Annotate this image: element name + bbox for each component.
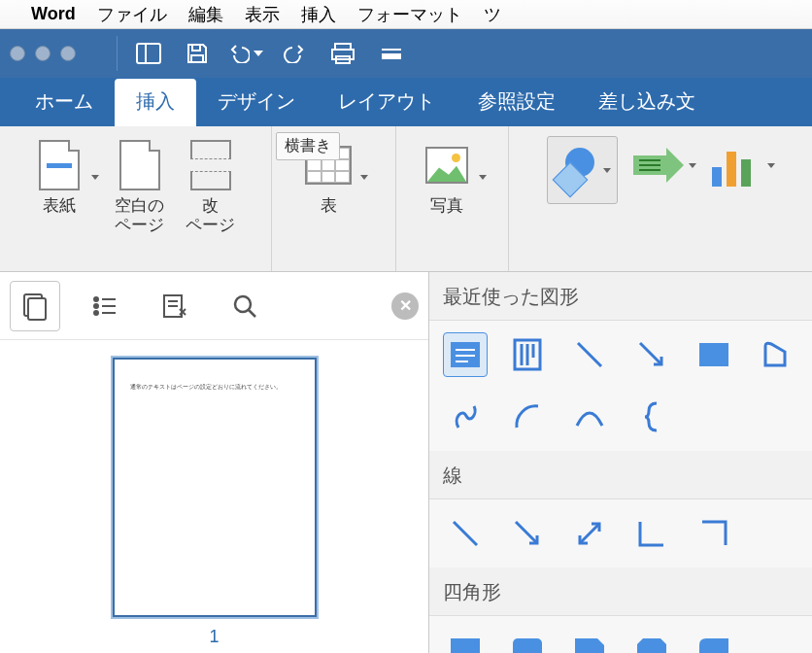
- line-arrow[interactable]: [505, 511, 550, 556]
- tooltip-table-orientation: 横書き: [276, 132, 340, 160]
- rects-grid: [429, 616, 812, 653]
- page-number-label: 1: [209, 627, 219, 647]
- svg-point-11: [94, 311, 98, 315]
- group-illustrations: [509, 126, 812, 271]
- svg-point-18: [235, 296, 251, 312]
- redo-icon[interactable]: [277, 36, 312, 71]
- tab-references[interactable]: 参照設定: [457, 79, 577, 126]
- shape-rectangle[interactable]: [692, 332, 736, 377]
- menu-view[interactable]: 表示: [245, 3, 280, 26]
- chevron-down-icon[interactable]: [603, 168, 611, 173]
- tab-insert[interactable]: 挿入: [115, 79, 196, 126]
- app-name[interactable]: Word: [31, 4, 76, 24]
- line-elbow-2[interactable]: [692, 511, 736, 556]
- svg-rect-0: [137, 44, 160, 63]
- thumbnail-text: 通常のテキストはページの設定どおりに流れてください。: [130, 383, 299, 392]
- shape-arc[interactable]: [505, 395, 550, 439]
- shape-freeform[interactable]: [754, 332, 798, 377]
- rect-basic[interactable]: [443, 628, 488, 653]
- line-double-arrow[interactable]: [567, 511, 612, 556]
- menu-edit[interactable]: 編集: [188, 3, 223, 26]
- nav-tab-outline[interactable]: [80, 281, 130, 331]
- page-thumbnail-1[interactable]: 通常のテキストはページの設定どおりに流れてください。: [113, 358, 317, 617]
- chevron-down-icon[interactable]: [91, 175, 99, 180]
- chevron-down-icon[interactable]: [767, 163, 775, 168]
- lower-area: ✕ 通常のテキストはページの設定どおりに流れてください。 1 最近使った図形 線: [0, 272, 812, 653]
- section-lines: 線: [429, 451, 812, 499]
- smartart-button[interactable]: [627, 136, 686, 194]
- svg-marker-37: [637, 638, 666, 653]
- zoom-window-dot[interactable]: [60, 46, 76, 61]
- svg-rect-8: [28, 298, 46, 320]
- svg-rect-34: [451, 638, 480, 653]
- svg-rect-30: [699, 343, 728, 366]
- sidebar-toggle-icon[interactable]: [131, 36, 166, 71]
- svg-line-31: [454, 522, 477, 545]
- shapes-dropdown-panel: 最近使った図形 線 四角形: [429, 272, 812, 653]
- menu-format[interactable]: フォーマット: [357, 3, 462, 26]
- line-elbow[interactable]: [629, 511, 674, 556]
- blank-page-button[interactable]: 空白の ページ: [109, 136, 170, 238]
- ribbon: 表紙 空白の ページ 改 ページ 横書き: [0, 126, 812, 272]
- rect-rounded[interactable]: [505, 628, 550, 653]
- nav-pane-tabs: ✕: [0, 272, 428, 340]
- chevron-down-icon[interactable]: [360, 175, 368, 180]
- section-rectangles: 四角形: [429, 567, 812, 616]
- shapes-button[interactable]: [554, 143, 600, 197]
- nav-tab-thumbnails[interactable]: [10, 281, 60, 331]
- photo-button[interactable]: 写真: [418, 136, 476, 218]
- divider: [117, 36, 118, 71]
- svg-line-29: [640, 343, 661, 364]
- page-break-button[interactable]: 改 ページ: [180, 136, 241, 238]
- menu-insert[interactable]: 挿入: [301, 3, 336, 26]
- minimize-window-dot[interactable]: [35, 46, 51, 61]
- chart-button[interactable]: [706, 136, 764, 194]
- svg-line-33: [580, 524, 599, 543]
- svg-line-19: [249, 310, 255, 317]
- nav-tab-review[interactable]: [150, 281, 200, 331]
- menu-tools-partial[interactable]: ツ: [484, 3, 501, 26]
- ribbon-tabs: ホーム 挿入 デザイン レイアウト 参照設定 差し込み文: [0, 78, 812, 126]
- svg-rect-35: [513, 638, 542, 653]
- chevron-down-icon[interactable]: [479, 175, 487, 180]
- shape-curve[interactable]: [567, 395, 612, 439]
- group-pages: 表紙 空白の ページ 改 ページ: [0, 126, 272, 271]
- lines-grid: [429, 499, 812, 567]
- svg-marker-36: [575, 638, 604, 653]
- print-icon[interactable]: [325, 36, 360, 71]
- rect-snip-1[interactable]: [567, 628, 612, 653]
- shape-arrow-line[interactable]: [629, 332, 674, 377]
- shape-line[interactable]: [567, 332, 612, 377]
- save-icon[interactable]: [180, 36, 215, 71]
- line-simple[interactable]: [443, 511, 488, 556]
- shape-textbox-horizontal[interactable]: [443, 332, 488, 377]
- close-nav-pane-icon[interactable]: ✕: [391, 292, 419, 320]
- chevron-down-icon[interactable]: [254, 51, 263, 56]
- shape-scribble[interactable]: [443, 395, 488, 439]
- close-window-dot[interactable]: [10, 46, 25, 61]
- navigation-pane: ✕ 通常のテキストはページの設定どおりに流れてください。 1: [0, 272, 429, 653]
- menu-file[interactable]: ファイル: [97, 3, 167, 26]
- svg-point-10: [94, 304, 98, 308]
- tab-home[interactable]: ホーム: [14, 79, 115, 126]
- svg-line-32: [516, 522, 537, 543]
- chevron-down-icon[interactable]: [689, 163, 696, 168]
- window-traffic-lights: [10, 46, 76, 61]
- rect-snip-round[interactable]: [692, 628, 736, 653]
- tab-mailings-partial[interactable]: 差し込み文: [577, 79, 717, 126]
- svg-rect-3: [191, 55, 203, 62]
- shape-textbox-vertical[interactable]: [505, 332, 550, 377]
- nav-tab-search[interactable]: [220, 281, 270, 331]
- recent-shapes-grid: [429, 321, 812, 451]
- undo-icon[interactable]: [228, 36, 263, 71]
- customize-qat-icon[interactable]: [374, 36, 409, 71]
- titlebar: [0, 29, 812, 78]
- tab-layout[interactable]: レイアウト: [317, 79, 457, 126]
- cover-page-button[interactable]: 表紙: [30, 136, 88, 218]
- group-photo: 写真: [396, 126, 509, 271]
- tab-design[interactable]: デザイン: [196, 79, 317, 126]
- rect-snip-2[interactable]: [629, 628, 674, 653]
- thumbnail-area: 通常のテキストはページの設定どおりに流れてください。 1: [0, 340, 428, 653]
- mac-menubar: Word ファイル 編集 表示 挿入 フォーマット ツ: [0, 0, 812, 29]
- shape-brace-left[interactable]: [629, 395, 674, 439]
